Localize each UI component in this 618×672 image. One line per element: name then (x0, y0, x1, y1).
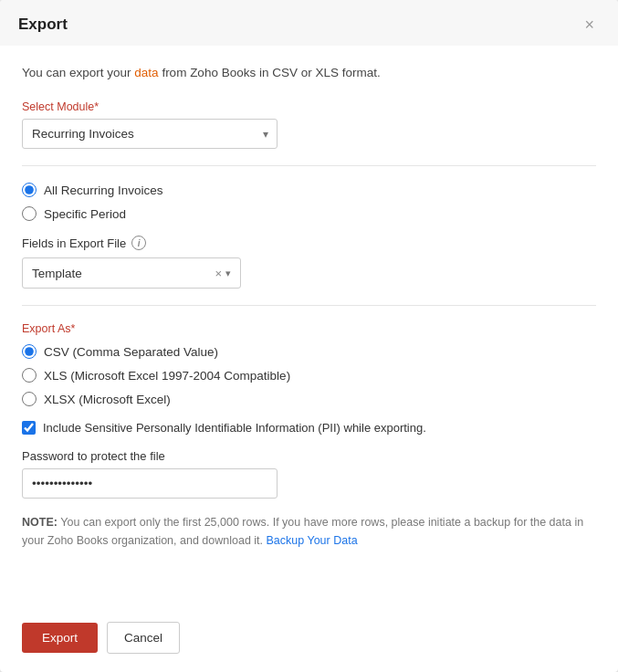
pii-label: Include Sensitive Personally Identifiabl… (43, 421, 426, 435)
divider-2 (22, 305, 596, 306)
fields-select-value: Template (32, 267, 82, 280)
scope-radio-group: All Recurring Invoices Specific Period (22, 183, 596, 221)
cancel-button[interactable]: Cancel (107, 622, 180, 654)
export-format-radio-group: CSV (Comma Separated Value) XLS (Microso… (22, 344, 596, 406)
password-section: Password to protect the file (22, 449, 596, 499)
dialog-body: You can export your data from Zoho Books… (0, 46, 618, 611)
note-prefix: NOTE: (22, 516, 60, 529)
export-button[interactable]: Export (22, 623, 98, 653)
fields-dropdown-arrow: ▾ (225, 268, 231, 279)
radio-xlsx-input[interactable] (22, 392, 37, 406)
module-select[interactable]: Recurring Invoices (22, 119, 278, 149)
export-dialog: Export × You can export your data from Z… (0, 0, 618, 672)
module-select-wrapper: Recurring Invoices ▾ (22, 119, 278, 149)
radio-all-label: All Recurring Invoices (44, 184, 163, 197)
fields-export-label-text: Fields in Export File (22, 236, 126, 250)
export-as-label: Export As* (22, 322, 596, 335)
radio-csv[interactable]: CSV (Comma Separated Value) (22, 344, 596, 359)
radio-xls-label: XLS (Microsoft Excel 1997-2004 Compatibl… (44, 369, 290, 383)
dialog-header: Export × (0, 0, 618, 46)
pii-checkbox[interactable] (22, 421, 36, 435)
dialog-title: Export (18, 16, 68, 34)
intro-text: You can export your data from Zoho Books… (22, 64, 596, 82)
radio-specific-input[interactable] (22, 206, 37, 221)
backup-link[interactable]: Backup Your Data (267, 534, 358, 547)
radio-all[interactable]: All Recurring Invoices (22, 183, 596, 197)
password-label: Password to protect the file (22, 449, 596, 463)
radio-all-input[interactable] (22, 183, 37, 197)
module-field: Select Module* Recurring Invoices ▾ (22, 100, 596, 149)
note-text: NOTE: You can export only the first 25,0… (22, 513, 596, 550)
radio-xls[interactable]: XLS (Microsoft Excel 1997-2004 Compatibl… (22, 368, 596, 383)
dialog-footer: Export Cancel (0, 611, 618, 672)
close-button[interactable]: × (579, 15, 600, 35)
pii-checkbox-row: Include Sensitive Personally Identifiabl… (22, 421, 596, 435)
radio-csv-label: CSV (Comma Separated Value) (44, 345, 218, 359)
radio-specific-label: Specific Period (44, 207, 126, 221)
radio-xls-input[interactable] (22, 368, 37, 383)
fields-export-label: Fields in Export File i (22, 236, 596, 250)
module-field-label: Select Module* (22, 100, 596, 113)
fields-select-wrapper: Template × ▾ (22, 257, 241, 289)
fields-export-section: Fields in Export File i Template × ▾ (22, 236, 596, 289)
radio-xlsx-label: XLSX (Microsoft Excel) (44, 393, 171, 406)
divider-1 (22, 165, 596, 166)
fields-select-box[interactable]: Template × ▾ (22, 257, 241, 289)
radio-specific[interactable]: Specific Period (22, 206, 596, 221)
fields-select-controls: × ▾ (215, 267, 231, 280)
export-as-section: Export As* CSV (Comma Separated Value) X… (22, 322, 596, 406)
radio-csv-input[interactable] (22, 344, 37, 359)
password-input[interactable] (22, 468, 278, 499)
radio-xlsx[interactable]: XLSX (Microsoft Excel) (22, 392, 596, 406)
clear-icon[interactable]: × (215, 267, 222, 280)
info-icon: i (131, 236, 146, 250)
